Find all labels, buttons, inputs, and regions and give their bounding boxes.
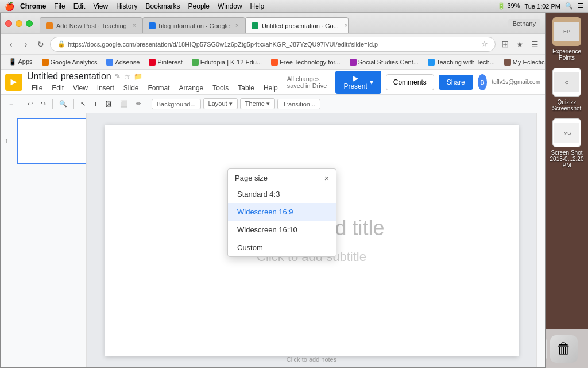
dialog-close-button[interactable]: × [324, 174, 329, 182]
option-widescreen-1610[interactable]: Widescreen 16:10 [228, 221, 336, 239]
desktop-label-quizizz: Quizizz Screenshot [550, 99, 584, 112]
page-size-dialog: Page size × Standard 4:3 Widescreen 16:9… [227, 168, 336, 257]
mac-menubar: 🍎 Chrome File Edit View History Bookmark… [0, 0, 588, 13]
desktop-item-experience[interactable]: EP Experience Points [550, 17, 584, 61]
desktop-label-screenshot: Screen Shot 2015-0...2:20 PM [550, 150, 584, 168]
desktop-label-experience: Experience Points [550, 48, 584, 61]
menu-help[interactable]: Help [250, 2, 265, 10]
apple-icon[interactable]: 🍎 [5, 2, 14, 11]
option-custom[interactable]: Custom [228, 239, 336, 256]
option-widescreen-169[interactable]: Widescreen 16:9 [228, 203, 336, 221]
menu-people[interactable]: People [188, 2, 210, 10]
menu-icon[interactable]: ☰ [578, 2, 583, 10]
menu-history[interactable]: History [116, 2, 137, 10]
mac-menu-items: Chrome File Edit View History Bookmarks … [20, 2, 264, 10]
desktop-item-quizizz[interactable]: Q Quizizz Screenshot [550, 68, 584, 112]
desktop-icon-experience: EP [552, 17, 581, 46]
menubar-right: 🔋 39% Tue 1:02 PM 🔍 ☰ [497, 2, 583, 10]
dialog-title: Page size [235, 174, 268, 182]
desktop-icon-screenshot: IMG [552, 118, 581, 147]
menu-edit[interactable]: Edit [74, 2, 86, 10]
slides-app: ► Untitled presentation ✎ ☆ 📁 File Edit … [1, 70, 545, 367]
dock-trash[interactable]: 🗑 [550, 335, 578, 363]
desktop-item-screenshot[interactable]: IMG Screen Shot 2015-0...2:20 PM [550, 118, 584, 168]
menu-view[interactable]: View [93, 2, 108, 10]
option-standard-43[interactable]: Standard 4:3 [228, 185, 336, 203]
menu-window[interactable]: Window [218, 2, 242, 10]
menu-chrome[interactable]: Chrome [20, 2, 46, 10]
dialog-overlay: Page size × Standard 4:3 Widescreen 16:9… [1, 70, 545, 367]
desktop-sidebar: EP Experience Points Q Quizizz Screensho… [546, 13, 588, 243]
battery-status: 🔋 39% [497, 2, 520, 10]
chrome-window: Add New Post · Teaching × blog informati… [0, 13, 546, 368]
dialog-header: Page size × [228, 169, 336, 185]
menu-file[interactable]: File [54, 2, 65, 10]
menu-bookmarks[interactable]: Bookmarks [146, 2, 180, 10]
desktop-icon-quizizz: Q [552, 68, 581, 97]
clock: Tue 1:02 PM [524, 3, 560, 10]
search-icon[interactable]: 🔍 [565, 2, 573, 10]
